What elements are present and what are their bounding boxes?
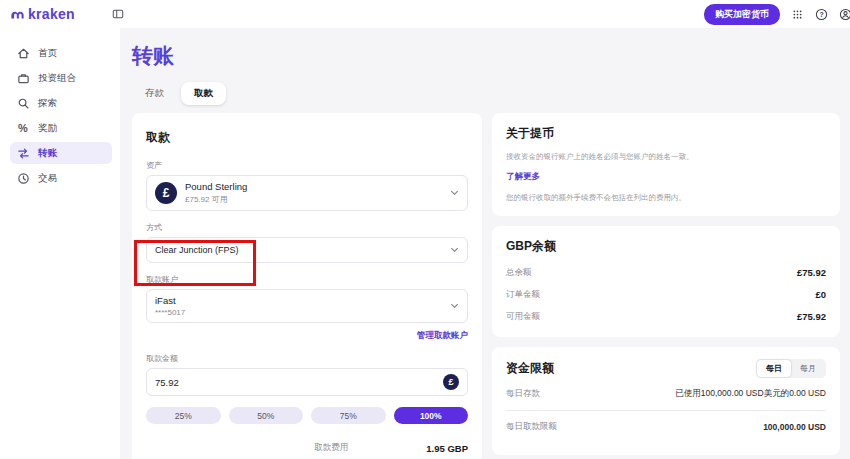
help-icon[interactable]: ? <box>814 7 828 21</box>
period-daily-button[interactable]: 每日 <box>757 360 791 377</box>
balance-heading: GBP余额 <box>506 238 826 255</box>
asset-available: £75.92 可用 <box>185 194 247 205</box>
percent-75-button[interactable]: 75% <box>311 407 386 424</box>
withdrawal-account-select[interactable]: iFast ****5017 <box>146 289 468 323</box>
chevron-down-icon <box>451 301 458 308</box>
kraken-logo-mark-icon <box>10 9 25 20</box>
percent-25-button[interactable]: 25% <box>146 407 221 424</box>
sidebar-item-activity[interactable]: 交易 <box>10 167 112 189</box>
chevron-down-icon <box>451 245 458 252</box>
period-monthly-button[interactable]: 每月 <box>791 360 825 377</box>
learn-more-link[interactable]: 了解更多 <box>506 171 826 183</box>
limits-period-toggle: 每日 每月 <box>756 359 826 378</box>
limit-row-withdrawal: 每日取款限额 100,000.00 USD <box>506 411 826 443</box>
search-icon <box>16 96 30 110</box>
fee-value: 1.95 GBP <box>426 443 468 454</box>
apps-grid-icon[interactable] <box>790 7 804 21</box>
asset-label: 资产 <box>146 160 468 171</box>
buy-crypto-button[interactable]: 购买加密货币 <box>704 4 780 25</box>
page-title: 转账 <box>132 42 845 70</box>
limit-row-deposit: 每日存款 已使用100,000.00 USD美元的0.00 USD <box>506 378 826 410</box>
limits-heading: 资金限额 <box>506 360 554 377</box>
method-value: Clear Junction (FPS) <box>155 243 239 257</box>
manage-accounts-link[interactable]: 管理取款账户 <box>146 330 468 342</box>
gbp-balance-card: GBP余额 总余额 £75.92 订单金额 £0 可用金额 £75.92 <box>492 226 840 337</box>
sidebar-item-portfolio[interactable]: 投资组合 <box>10 67 112 89</box>
sidebar-item-transfer[interactable]: 转账 <box>10 142 112 164</box>
funding-limits-card: 资金限额 每日 每月 每日存款 已使用100,000.00 USD美元的0.00… <box>492 347 840 455</box>
fee-row: 取款费用 1.95 GBP <box>146 442 468 454</box>
account-icon[interactable] <box>838 7 850 21</box>
svg-text:?: ? <box>819 10 823 17</box>
sidebar-item-label: 探索 <box>38 97 57 110</box>
sidebar-item-label: 首页 <box>38 47 57 60</box>
asset-name: Pound Sterling <box>185 181 247 192</box>
kraken-logo-text: kraken <box>28 6 75 22</box>
sidebar: 首页 投资组合 探索 奖励 转账 交易 <box>0 28 120 459</box>
app-root: kraken 购买加密货币 ? 首页 <box>0 0 850 459</box>
fee-label: 取款费用 <box>314 442 348 454</box>
balance-row-total: 总余额 £75.92 <box>506 267 826 279</box>
account-name: iFast <box>155 295 185 306</box>
about-heading: 关于提币 <box>506 125 826 142</box>
sidebar-item-label: 投资组合 <box>38 72 76 85</box>
amount-input[interactable] <box>155 377 443 388</box>
sidebar-item-label: 交易 <box>38 172 57 185</box>
main-content: 转账 存款 取款 取款 资产 £ Pound Sterling £75.92 可… <box>120 28 850 459</box>
withdraw-heading: 取款 <box>146 129 468 146</box>
right-column: 关于提币 接收资金的银行账户上的姓名必须与您账户的姓名一致。 了解更多 您的银行… <box>492 113 840 459</box>
percent-50-button[interactable]: 50% <box>229 407 304 424</box>
balance-row-available: 可用金额 £75.92 <box>506 311 826 323</box>
transfer-icon <box>16 146 30 160</box>
sidebar-item-label: 奖励 <box>38 122 57 135</box>
about-paragraph-1: 接收资金的银行账户上的姓名必须与您账户的姓名一致。 <box>506 151 826 162</box>
asset-select[interactable]: £ Pound Sterling £75.92 可用 <box>146 175 468 211</box>
sidebar-item-explore[interactable]: 探索 <box>10 92 112 114</box>
percent-buttons: 25% 50% 75% 100% <box>146 407 468 424</box>
tab-deposit[interactable]: 存款 <box>132 82 177 105</box>
amount-label: 取款金额 <box>146 353 468 364</box>
gbp-coin-icon: £ <box>155 182 177 204</box>
withdrawal-account-label: 取款账户 <box>146 274 468 285</box>
percent-100-button[interactable]: 100% <box>394 407 469 424</box>
tab-withdraw[interactable]: 取款 <box>181 82 226 105</box>
chevron-down-icon <box>451 188 458 195</box>
sidebar-item-home[interactable]: 首页 <box>10 42 112 64</box>
method-select[interactable]: Clear Junction (FPS) <box>146 237 468 263</box>
portfolio-icon <box>16 71 30 85</box>
sidebar-collapse-icon[interactable] <box>111 7 125 21</box>
percent-icon <box>16 121 30 135</box>
kraken-logo[interactable]: kraken <box>10 6 75 22</box>
about-paragraph-2: 您的银行收取的额外手续费不会包括在列出的费用内。 <box>506 192 826 203</box>
topbar: kraken 购买加密货币 ? <box>0 0 850 28</box>
amount-field: £ <box>146 368 468 396</box>
about-withdrawals-card: 关于提币 接收资金的银行账户上的姓名必须与您账户的姓名一致。 了解更多 您的银行… <box>492 113 840 216</box>
account-masked-number: ****5017 <box>155 308 185 317</box>
sidebar-item-label: 转账 <box>38 147 57 160</box>
gbp-coin-icon: £ <box>443 374 459 390</box>
withdraw-card: 取款 资产 £ Pound Sterling £75.92 可用 方式 Clea… <box>132 113 482 459</box>
method-label: 方式 <box>146 222 468 233</box>
home-icon <box>16 46 30 60</box>
balance-row-in-orders: 订单金额 £0 <box>506 289 826 301</box>
transfer-tabs: 存款 取款 <box>132 82 845 105</box>
sidebar-item-rewards[interactable]: 奖励 <box>10 117 112 139</box>
clock-icon <box>16 171 30 185</box>
